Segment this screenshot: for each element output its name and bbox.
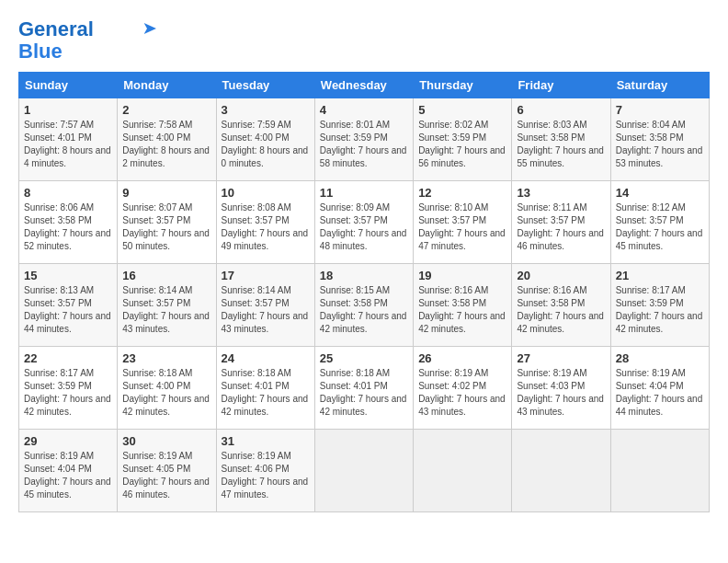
day-cell: 18 Sunrise: 8:15 AM Sunset: 3:58 PM Dayl… <box>314 264 413 347</box>
day-cell: 30 Sunrise: 8:19 AM Sunset: 4:05 PM Dayl… <box>118 430 216 512</box>
day-cell: 23 Sunrise: 8:18 AM Sunset: 4:00 PM Dayl… <box>118 347 216 430</box>
day-info: Sunrise: 8:19 AM Sunset: 4:03 PM Dayligh… <box>517 367 605 419</box>
day-cell: 1 Sunrise: 7:57 AM Sunset: 4:01 PM Dayli… <box>19 98 118 181</box>
day-info: Sunrise: 8:17 AM Sunset: 3:59 PM Dayligh… <box>616 284 704 336</box>
day-info: Sunrise: 8:06 AM Sunset: 3:58 PM Dayligh… <box>24 201 112 253</box>
day-cell: 15 Sunrise: 8:13 AM Sunset: 3:57 PM Dayl… <box>19 264 118 347</box>
day-cell: 25 Sunrise: 8:18 AM Sunset: 4:01 PM Dayl… <box>314 347 413 430</box>
column-header-wednesday: Wednesday <box>314 73 413 98</box>
svg-marker-0 <box>144 23 156 34</box>
day-cell: 12 Sunrise: 8:10 AM Sunset: 3:57 PM Dayl… <box>414 181 512 264</box>
week-row-2: 8 Sunrise: 8:06 AM Sunset: 3:58 PM Dayli… <box>19 181 710 264</box>
day-info: Sunrise: 7:59 AM Sunset: 4:00 PM Dayligh… <box>222 119 310 170</box>
header: General Blue <box>18 18 710 63</box>
day-number: 9 <box>122 186 210 200</box>
day-cell: 9 Sunrise: 8:07 AM Sunset: 3:57 PM Dayli… <box>118 181 216 264</box>
day-number: 30 <box>122 434 210 448</box>
day-number: 5 <box>418 103 506 117</box>
column-header-sunday: Sunday <box>19 73 118 98</box>
logo-icon <box>138 23 156 34</box>
day-info: Sunrise: 8:13 AM Sunset: 3:57 PM Dayligh… <box>24 284 112 336</box>
day-info: Sunrise: 8:15 AM Sunset: 3:58 PM Dayligh… <box>320 284 408 336</box>
week-row-5: 29 Sunrise: 8:19 AM Sunset: 4:04 PM Dayl… <box>19 430 710 512</box>
day-info: Sunrise: 8:11 AM Sunset: 3:57 PM Dayligh… <box>517 201 605 253</box>
day-info: Sunrise: 8:14 AM Sunset: 3:57 PM Dayligh… <box>222 284 310 336</box>
day-cell: 6 Sunrise: 8:03 AM Sunset: 3:58 PM Dayli… <box>512 98 610 181</box>
day-cell: 11 Sunrise: 8:09 AM Sunset: 3:57 PM Dayl… <box>314 181 413 264</box>
day-number: 31 <box>222 434 310 448</box>
column-header-saturday: Saturday <box>610 73 709 98</box>
day-cell <box>512 430 610 512</box>
day-cell: 17 Sunrise: 8:14 AM Sunset: 3:57 PM Dayl… <box>216 264 314 347</box>
day-cell: 29 Sunrise: 8:19 AM Sunset: 4:04 PM Dayl… <box>19 430 118 512</box>
day-cell: 26 Sunrise: 8:19 AM Sunset: 4:02 PM Dayl… <box>414 347 512 430</box>
week-row-4: 22 Sunrise: 8:17 AM Sunset: 3:59 PM Dayl… <box>19 347 710 430</box>
day-cell <box>610 430 709 512</box>
day-info: Sunrise: 8:19 AM Sunset: 4:06 PM Dayligh… <box>222 450 310 501</box>
day-cell: 10 Sunrise: 8:08 AM Sunset: 3:57 PM Dayl… <box>216 181 314 264</box>
day-info: Sunrise: 8:02 AM Sunset: 3:59 PM Dayligh… <box>418 119 506 170</box>
day-info: Sunrise: 8:14 AM Sunset: 3:57 PM Dayligh… <box>122 284 210 336</box>
day-number: 16 <box>122 269 210 282</box>
day-cell: 3 Sunrise: 7:59 AM Sunset: 4:00 PM Dayli… <box>216 98 314 181</box>
day-info: Sunrise: 8:19 AM Sunset: 4:04 PM Dayligh… <box>24 450 112 501</box>
calendar-table: SundayMondayTuesdayWednesdayThursdayFrid… <box>18 72 710 512</box>
day-info: Sunrise: 8:19 AM Sunset: 4:05 PM Dayligh… <box>122 450 210 501</box>
day-cell: 13 Sunrise: 8:11 AM Sunset: 3:57 PM Dayl… <box>512 181 610 264</box>
day-number: 29 <box>24 434 112 448</box>
day-number: 24 <box>222 351 310 365</box>
day-cell: 7 Sunrise: 8:04 AM Sunset: 3:58 PM Dayli… <box>610 98 709 181</box>
day-number: 20 <box>517 269 605 282</box>
day-number: 11 <box>320 186 408 200</box>
day-cell: 31 Sunrise: 8:19 AM Sunset: 4:06 PM Dayl… <box>216 430 314 512</box>
day-number: 25 <box>320 351 408 365</box>
day-cell <box>314 430 413 512</box>
day-cell <box>414 430 512 512</box>
day-info: Sunrise: 8:09 AM Sunset: 3:57 PM Dayligh… <box>320 201 408 253</box>
day-number: 2 <box>122 103 210 117</box>
column-header-thursday: Thursday <box>414 73 512 98</box>
day-number: 22 <box>24 351 112 365</box>
day-info: Sunrise: 8:01 AM Sunset: 3:59 PM Dayligh… <box>320 119 408 170</box>
day-info: Sunrise: 8:18 AM Sunset: 4:01 PM Dayligh… <box>222 367 310 419</box>
day-number: 27 <box>517 351 605 365</box>
day-cell: 24 Sunrise: 8:18 AM Sunset: 4:01 PM Dayl… <box>216 347 314 430</box>
day-number: 14 <box>616 186 704 200</box>
day-info: Sunrise: 8:16 AM Sunset: 3:58 PM Dayligh… <box>517 284 605 336</box>
day-info: Sunrise: 8:07 AM Sunset: 3:57 PM Dayligh… <box>122 201 210 253</box>
day-cell: 22 Sunrise: 8:17 AM Sunset: 3:59 PM Dayl… <box>19 347 118 430</box>
day-cell: 5 Sunrise: 8:02 AM Sunset: 3:59 PM Dayli… <box>414 98 512 181</box>
column-header-tuesday: Tuesday <box>216 73 314 98</box>
day-info: Sunrise: 8:08 AM Sunset: 3:57 PM Dayligh… <box>222 201 310 253</box>
logo: General Blue <box>18 18 156 63</box>
week-row-1: 1 Sunrise: 7:57 AM Sunset: 4:01 PM Dayli… <box>19 98 710 181</box>
day-number: 19 <box>418 269 506 282</box>
day-cell: 27 Sunrise: 8:19 AM Sunset: 4:03 PM Dayl… <box>512 347 610 430</box>
day-number: 23 <box>122 351 210 365</box>
day-number: 28 <box>616 351 704 365</box>
day-number: 4 <box>320 103 408 117</box>
day-info: Sunrise: 8:16 AM Sunset: 3:58 PM Dayligh… <box>418 284 506 336</box>
day-cell: 8 Sunrise: 8:06 AM Sunset: 3:58 PM Dayli… <box>19 181 118 264</box>
day-number: 8 <box>24 186 112 200</box>
column-header-friday: Friday <box>512 73 610 98</box>
day-number: 26 <box>418 351 506 365</box>
day-info: Sunrise: 8:04 AM Sunset: 3:58 PM Dayligh… <box>616 119 704 170</box>
day-number: 13 <box>517 186 605 200</box>
logo-text: General <box>18 18 94 40</box>
day-cell: 28 Sunrise: 8:19 AM Sunset: 4:04 PM Dayl… <box>610 347 709 430</box>
day-number: 12 <box>418 186 506 200</box>
day-number: 6 <box>517 103 605 117</box>
day-cell: 2 Sunrise: 7:58 AM Sunset: 4:00 PM Dayli… <box>118 98 216 181</box>
day-info: Sunrise: 8:19 AM Sunset: 4:02 PM Dayligh… <box>418 367 506 419</box>
day-info: Sunrise: 8:18 AM Sunset: 4:00 PM Dayligh… <box>122 367 210 419</box>
column-header-monday: Monday <box>118 73 216 98</box>
day-cell: 4 Sunrise: 8:01 AM Sunset: 3:59 PM Dayli… <box>314 98 413 181</box>
week-row-3: 15 Sunrise: 8:13 AM Sunset: 3:57 PM Dayl… <box>19 264 710 347</box>
day-number: 10 <box>222 186 310 200</box>
day-info: Sunrise: 8:12 AM Sunset: 3:57 PM Dayligh… <box>616 201 704 253</box>
day-number: 1 <box>24 103 112 117</box>
day-info: Sunrise: 7:58 AM Sunset: 4:00 PM Dayligh… <box>122 119 210 170</box>
day-number: 18 <box>320 269 408 282</box>
day-cell: 21 Sunrise: 8:17 AM Sunset: 3:59 PM Dayl… <box>610 264 709 347</box>
